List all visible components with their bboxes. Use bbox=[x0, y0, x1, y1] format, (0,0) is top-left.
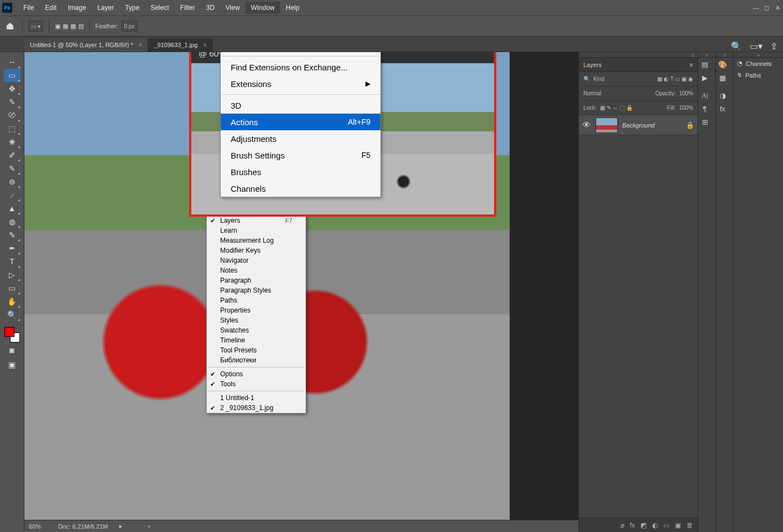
zoom-value[interactable]: 60% bbox=[29, 523, 41, 530]
blend-mode-select[interactable]: Normal bbox=[583, 90, 652, 96]
menu-item-3d[interactable]: 3D bbox=[221, 97, 380, 114]
close-icon[interactable]: × bbox=[203, 42, 206, 48]
tool-14[interactable]: ✒ bbox=[4, 242, 21, 255]
play-icon[interactable]: ▶ bbox=[698, 71, 711, 84]
styles-icon[interactable]: fx bbox=[716, 102, 729, 115]
layer-thumbnail[interactable] bbox=[596, 117, 618, 133]
selection-combine-icons[interactable]: ▣▦▩▧ bbox=[55, 23, 84, 30]
menu-item-actions[interactable]: ActionsAlt+F9 bbox=[221, 114, 380, 130]
type-panel-icon[interactable]: A| bbox=[698, 89, 711, 102]
tool-6[interactable]: ❀ bbox=[4, 135, 21, 149]
menu-item-modifier-keys[interactable]: Modifier Keys bbox=[207, 245, 306, 255]
tool-5[interactable]: ⬚ bbox=[4, 122, 21, 135]
menu-item-1-untitled-1[interactable]: 1 Untitled-1 bbox=[207, 393, 306, 403]
layout-icon[interactable]: ▭▾ bbox=[750, 41, 762, 52]
tool-12[interactable]: ◍ bbox=[4, 215, 21, 228]
swatches-icon[interactable]: ▦ bbox=[716, 71, 729, 84]
tool-4[interactable]: 〄 bbox=[4, 109, 21, 122]
home-icon[interactable] bbox=[3, 19, 17, 33]
window-minimize[interactable]: — bbox=[748, 3, 759, 12]
tool-10[interactable]: ⟋ bbox=[4, 188, 21, 202]
menu-item-measurement-log[interactable]: Measurement Log bbox=[207, 236, 306, 245]
menu-item-navigator[interactable]: Navigator bbox=[207, 255, 306, 265]
menu-item-timeline[interactable]: Timeline bbox=[207, 335, 306, 345]
tool-17[interactable]: ▭ bbox=[4, 282, 21, 295]
color-swatch[interactable] bbox=[4, 327, 20, 342]
menu-item--[interactable]: Библиотеки bbox=[207, 355, 306, 365]
layer-row[interactable]: 👁 Background 🔒 bbox=[579, 115, 698, 135]
mask-icon[interactable]: ◩ bbox=[640, 521, 647, 529]
menu-item-channels[interactable]: Channels bbox=[221, 180, 380, 197]
menu-item-2-9109633-1-jpg[interactable]: ✔2 _9109633_1.jpg bbox=[207, 403, 306, 413]
new-layer-icon[interactable]: ▣ bbox=[675, 521, 681, 529]
tool-11[interactable]: ▲ bbox=[4, 202, 21, 215]
tool-7[interactable]: ✐ bbox=[4, 149, 21, 162]
trash-icon[interactable]: 🗑 bbox=[687, 521, 693, 529]
menu-type[interactable]: Type bbox=[119, 2, 145, 14]
menu-item-properties[interactable]: Properties bbox=[207, 305, 306, 315]
window-menu-continued[interactable]: ✔LayersF7LearnMeasurement LogModifier Ke… bbox=[206, 215, 306, 413]
paths-panel-tab[interactable]: ↯Paths bbox=[734, 69, 783, 81]
menu-layer[interactable]: Layer bbox=[91, 2, 119, 14]
tool-2[interactable]: ✥ bbox=[4, 82, 21, 95]
menu-item-workspace[interactable]: Workspace▶ bbox=[221, 52, 380, 54]
tool-9[interactable]: ⊚ bbox=[4, 175, 21, 188]
glyph-icon[interactable]: ⊞ bbox=[698, 115, 711, 129]
tool-0[interactable]: ↔ bbox=[4, 55, 21, 69]
tool-18[interactable]: ✋ bbox=[4, 295, 21, 308]
menu-help[interactable]: Help bbox=[280, 2, 305, 14]
tool-8[interactable]: ✎ bbox=[4, 162, 21, 175]
menu-item-options[interactable]: ✔Options bbox=[207, 369, 306, 379]
search-icon[interactable]: 🔍 bbox=[731, 41, 742, 52]
selection-mode-icon[interactable]: ▭ ▾ bbox=[28, 21, 43, 32]
close-icon[interactable]: × bbox=[139, 42, 142, 48]
menu-item-layers[interactable]: ✔LayersF7 bbox=[207, 216, 306, 226]
menu-3d[interactable]: 3D bbox=[200, 2, 220, 14]
menu-view[interactable]: View bbox=[220, 2, 246, 14]
menu-item-adjustments[interactable]: Adjustments bbox=[221, 130, 380, 147]
group-icon[interactable]: ▭ bbox=[663, 521, 669, 529]
menu-file[interactable]: File bbox=[18, 2, 39, 14]
tool-13[interactable]: ✎ bbox=[4, 228, 21, 242]
tool-1[interactable]: ▭ bbox=[4, 69, 21, 82]
menu-select[interactable]: Select bbox=[145, 2, 174, 14]
menu-item-styles[interactable]: Styles bbox=[207, 315, 306, 325]
channels-panel-tab[interactable]: ◔Channels bbox=[734, 58, 783, 69]
menu-item-paragraph[interactable]: Paragraph bbox=[207, 275, 306, 285]
adjustments-panel-icon[interactable]: ◑ bbox=[716, 89, 729, 102]
tool-3[interactable]: ✎ bbox=[4, 95, 21, 109]
window-close[interactable]: ✕ bbox=[770, 3, 781, 13]
menu-item-find-extensions-on-exchange-[interactable]: Find Extensions on Exchange... bbox=[221, 59, 380, 75]
canvas[interactable]: ✔LayersF7LearnMeasurement LogModifier Ke… bbox=[24, 52, 578, 520]
tool-19[interactable]: 🔍 bbox=[4, 308, 21, 321]
feather-value[interactable]: 0 px bbox=[121, 21, 138, 32]
tool-15[interactable]: T bbox=[4, 255, 21, 268]
lock-icon[interactable]: 🔒 bbox=[686, 121, 694, 129]
menu-item-learn[interactable]: Learn bbox=[207, 226, 306, 236]
menu-window[interactable]: Window bbox=[246, 2, 281, 14]
visibility-icon[interactable]: 👁 bbox=[582, 120, 591, 130]
menu-edit[interactable]: Edit bbox=[39, 2, 62, 14]
color-panel-icon[interactable]: 🎨 bbox=[716, 58, 729, 71]
menu-item-brushes[interactable]: Brushes bbox=[221, 163, 380, 180]
menu-item-paragraph-styles[interactable]: Paragraph Styles bbox=[207, 285, 306, 295]
layer-filter-kind[interactable]: Kind bbox=[593, 76, 604, 82]
window-menu-dropdown[interactable]: Arrange▶Workspace▶Find Extensions on Exc… bbox=[220, 52, 381, 197]
document-tab[interactable]: _9109633_1.jpg× bbox=[148, 38, 212, 52]
link-icon[interactable]: ⌀ bbox=[621, 521, 624, 529]
quickmask-icon[interactable]: ◙ bbox=[4, 344, 21, 357]
menu-item-tools[interactable]: ✔Tools bbox=[207, 379, 306, 389]
layer-name[interactable]: Background bbox=[622, 122, 655, 129]
menu-item-extensions[interactable]: Extensions▶ bbox=[221, 75, 380, 92]
screenmode-icon[interactable]: ▣ bbox=[4, 358, 21, 371]
menu-item-notes[interactable]: Notes bbox=[207, 265, 306, 275]
menu-image[interactable]: Image bbox=[62, 2, 91, 14]
fill-value[interactable]: 100% bbox=[679, 105, 693, 111]
document-tab[interactable]: Untitled-1 @ 50% (Layer 1, RGB/8#) *× bbox=[24, 38, 148, 52]
menu-item-paths[interactable]: Paths bbox=[207, 295, 306, 305]
menu-item-swatches[interactable]: Swatches bbox=[207, 325, 306, 335]
opacity-value[interactable]: 100% bbox=[679, 90, 693, 96]
history-icon[interactable]: ▤ bbox=[698, 58, 711, 71]
tool-16[interactable]: ▷ bbox=[4, 268, 21, 282]
window-restore[interactable]: ◻ bbox=[759, 3, 770, 13]
